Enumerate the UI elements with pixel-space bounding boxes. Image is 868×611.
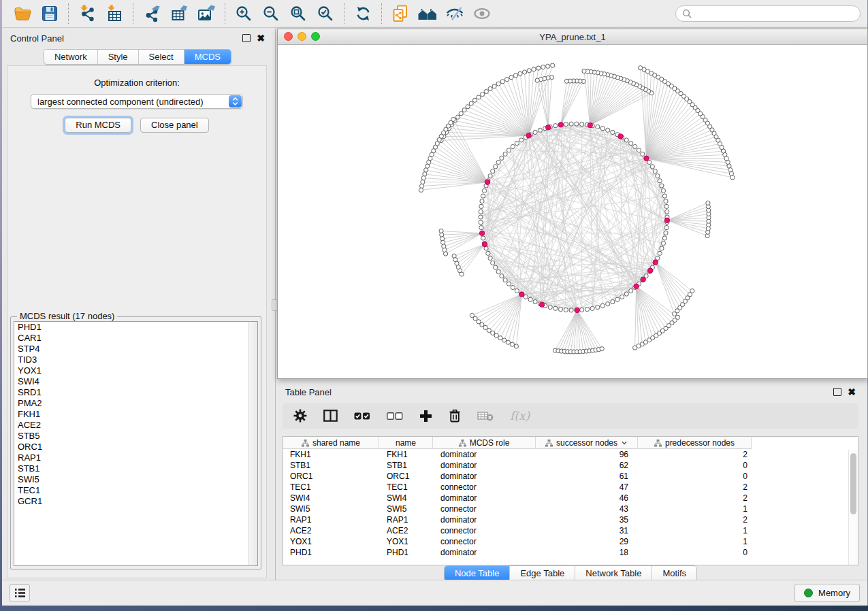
mcds-result-item[interactable]: RAP1 — [14, 452, 257, 463]
mcds-result-item[interactable]: PMA2 — [14, 398, 257, 409]
table-cell: ACE2 — [379, 526, 433, 535]
table-row[interactable]: ORC1ORC1dominator610 — [283, 471, 858, 482]
save-button[interactable] — [36, 2, 63, 25]
deselect-all-button[interactable] — [387, 412, 403, 420]
table-row[interactable]: RAP1RAP1dominator352 — [283, 514, 858, 525]
tab-edge-table[interactable]: Edge Table — [510, 566, 575, 580]
float-window-icon[interactable] — [833, 388, 841, 396]
mcds-result-item[interactable]: STP4 — [14, 344, 257, 354]
mcds-result-item[interactable]: STB5 — [14, 431, 257, 442]
column-header-successor-nodes[interactable]: successor nodes — [536, 437, 638, 449]
delete-table-button[interactable] — [477, 410, 494, 421]
criterion-dropdown[interactable]: largest connected component (undirected) — [31, 94, 243, 109]
import-network-button[interactable] — [74, 2, 101, 25]
mcds-result-item[interactable]: PHD1 — [14, 322, 257, 333]
zoom-out-button[interactable] — [257, 2, 285, 25]
network-window-titlebar[interactable]: YPA_prune.txt_1 — [278, 29, 867, 45]
delete-column-button[interactable] — [449, 409, 461, 423]
table-cell: 35 — [536, 515, 638, 525]
close-window-icon[interactable] — [284, 32, 293, 41]
task-history-button[interactable] — [10, 584, 30, 601]
mcds-result-item[interactable]: FKH1 — [14, 409, 257, 420]
tab-select[interactable]: Select — [139, 50, 184, 64]
mcds-result-item[interactable]: CAR1 — [14, 333, 257, 344]
network-graph[interactable] — [278, 45, 867, 378]
mcds-result-item[interactable]: ORC1 — [14, 442, 257, 452]
mcds-result-item[interactable]: ACE2 — [14, 420, 257, 431]
search-field[interactable] — [675, 5, 861, 22]
function-builder-button[interactable]: f(x) — [510, 409, 530, 423]
mcds-result-item[interactable]: SWI4 — [14, 376, 257, 387]
export-image-button[interactable] — [193, 2, 220, 25]
table-scrollbar[interactable] — [848, 450, 858, 565]
mcds-list-scrollbar[interactable] — [248, 322, 257, 565]
table-cell: 1 — [638, 537, 752, 546]
table-cell: TEC1 — [379, 482, 433, 492]
control-panel-tabbar: Network Style Select MCDS — [2, 49, 273, 65]
column-header-name[interactable]: name — [379, 437, 433, 449]
import-table-button[interactable] — [101, 2, 128, 25]
network-canvas[interactable] — [278, 45, 867, 378]
search-input[interactable] — [696, 8, 854, 20]
hide-selected-button[interactable] — [441, 2, 468, 25]
zoom-in-button[interactable] — [230, 2, 257, 25]
minimize-window-icon[interactable] — [298, 32, 306, 41]
add-column-button[interactable] — [419, 410, 432, 423]
show-columns-button[interactable] — [323, 410, 338, 422]
list-icon — [14, 588, 26, 598]
first-neighbors-button[interactable] — [414, 2, 441, 25]
column-header-predecessor-nodes[interactable]: predecessor nodes — [638, 437, 752, 449]
memory-label: Memory — [818, 588, 850, 598]
show-all-button[interactable] — [468, 2, 496, 25]
table-row[interactable]: SWI4SWI4dominator462 — [283, 493, 858, 503]
mcds-result-item[interactable]: STB1 — [14, 463, 257, 474]
table-row[interactable]: SWI5SWI5connector431 — [283, 503, 858, 514]
run-mcds-button[interactable]: Run MCDS — [65, 118, 131, 133]
export-table-button[interactable] — [165, 2, 193, 25]
table-row[interactable]: FKH1FKH1dominator962 — [283, 449, 858, 460]
column-header-shared-name[interactable]: shared name — [283, 437, 379, 449]
status-bar: Memory — [2, 580, 867, 606]
mcds-result-item[interactable]: SWI5 — [14, 474, 257, 485]
table-cell: 61 — [536, 472, 638, 481]
tab-network[interactable]: Network — [44, 50, 98, 64]
mcds-result-item[interactable]: SRD1 — [14, 387, 257, 398]
close-panel-icon[interactable]: ✖ — [257, 35, 265, 42]
table-settings-button[interactable] — [293, 409, 307, 423]
close-panel-icon[interactable]: ✖ — [848, 389, 856, 395]
table-row[interactable]: ACE2ACE2connector311 — [283, 525, 858, 536]
refresh-button[interactable] — [349, 2, 376, 25]
share-network-icon — [391, 5, 409, 22]
table-row[interactable]: STB1STB1dominator620 — [283, 460, 858, 471]
table-row[interactable]: YOX1YOX1connector291 — [283, 536, 858, 547]
mcds-result-item[interactable]: GCR1 — [14, 496, 257, 507]
mcds-result-item[interactable]: TID3 — [14, 354, 257, 365]
close-panel-button[interactable]: Close panel — [140, 118, 209, 133]
tab-motifs[interactable]: Motifs — [652, 566, 696, 580]
export-network-button[interactable] — [138, 2, 165, 25]
zoom-fit-button[interactable] — [285, 2, 312, 25]
maximize-window-icon[interactable] — [311, 32, 320, 41]
tab-mcds[interactable]: MCDS — [184, 50, 231, 64]
memory-button[interactable]: Memory — [794, 584, 860, 602]
table-cell: SWI5 — [379, 504, 433, 514]
mcds-result-item[interactable]: TEC1 — [14, 485, 257, 496]
share-network-button[interactable] — [387, 2, 414, 25]
table-row[interactable]: PHD1PHD1dominator180 — [283, 547, 858, 558]
first-neighbors-icon — [417, 5, 438, 22]
open-button[interactable] — [9, 2, 36, 25]
mcds-result-list[interactable]: PHD1CAR1STP4TID3YOX1SWI4SRD1PMA2FKH1ACE2… — [14, 321, 258, 566]
toolbar-separator — [133, 3, 133, 24]
table-row[interactable]: TEC1TEC1connector472 — [283, 482, 858, 493]
column-header-MCDS-role[interactable]: MCDS role — [433, 437, 536, 449]
zoom-selected-button[interactable] — [312, 2, 339, 25]
table-cell: YOX1 — [379, 537, 433, 546]
mcds-result-item[interactable]: YOX1 — [14, 365, 257, 376]
scrollbar-thumb[interactable] — [850, 453, 856, 514]
tab-node-table[interactable]: Node Table — [445, 566, 511, 580]
select-all-button[interactable] — [354, 412, 370, 420]
float-window-icon[interactable] — [242, 34, 251, 42]
open-folder-icon — [14, 5, 32, 22]
tab-style[interactable]: Style — [98, 50, 139, 64]
tab-network-table[interactable]: Network Table — [575, 566, 652, 580]
